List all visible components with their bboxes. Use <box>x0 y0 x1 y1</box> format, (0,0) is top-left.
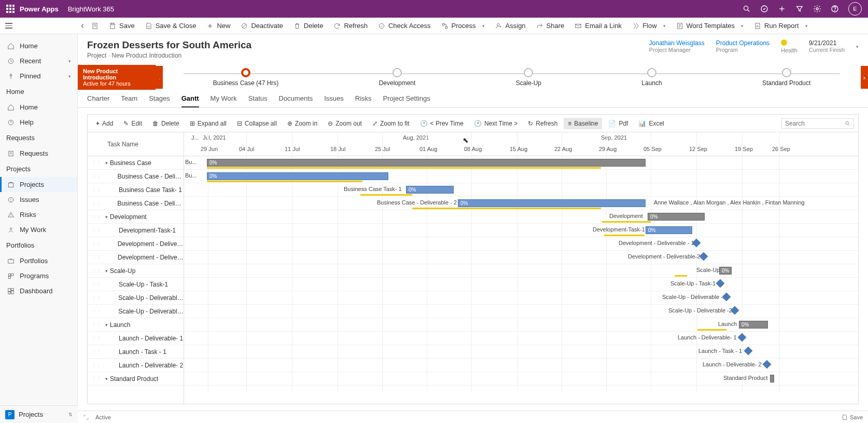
drag-handle-icon[interactable]: ⋮⋮ <box>92 228 101 233</box>
task-row[interactable]: ⋮⋮Business Case - Deliverable - 2 <box>88 197 184 210</box>
gantt-next-button[interactable]: 🕐Next Time > <box>470 118 522 129</box>
bpf-stage-scaleup[interactable]: Scale-Up <box>516 68 541 87</box>
bpf-stage-business-case[interactable]: Business Case (47 Hrs) <box>213 68 279 87</box>
nav-projects[interactable]: Projects <box>0 177 77 192</box>
share-button[interactable]: Share <box>531 18 570 34</box>
drag-handle-icon[interactable]: ⋮⋮ <box>92 282 101 287</box>
gantt-pdf-button[interactable]: 📄Pdf <box>604 118 632 129</box>
run-report-button[interactable]: Run Report▾ <box>749 18 813 34</box>
help-icon[interactable] <box>831 5 839 13</box>
drag-handle-icon[interactable]: ⋮⋮ <box>92 336 101 341</box>
search-icon[interactable] <box>743 5 751 13</box>
new-button[interactable]: New <box>201 18 235 34</box>
bpf-stage-standard[interactable]: Standard Product <box>762 68 810 87</box>
task-row[interactable]: ⋮⋮Development-Task-1 <box>88 224 184 237</box>
gear-icon[interactable] <box>813 5 821 13</box>
gantt-baseline-button[interactable]: ≡Baseline <box>564 118 602 129</box>
task-row[interactable]: ⋮⋮Launch - Deliverable- 2 <box>88 359 184 372</box>
nav-recent[interactable]: Recent▾ <box>0 53 77 69</box>
gantt-bar[interactable]: 0% <box>207 172 388 180</box>
assign-button[interactable]: Assign <box>490 18 531 34</box>
email-link-button[interactable]: Email a Link <box>569 18 627 34</box>
drag-handle-icon[interactable]: ⋮⋮ <box>92 295 101 301</box>
task-row[interactable]: ⋮⋮Scale-Up - Deliverable -1 <box>88 291 184 305</box>
user-avatar[interactable]: E <box>848 2 862 16</box>
expand-icon[interactable] <box>83 414 89 420</box>
milestone-diamond[interactable] <box>744 347 753 356</box>
task-row[interactable]: ⋮⋮Development - Deliverable-2 <box>88 251 184 264</box>
flow-button[interactable]: Flow▾ <box>627 18 670 34</box>
gantt-bar[interactable]: 0% <box>648 213 705 221</box>
drag-handle-icon[interactable]: ⋮⋮ <box>92 376 101 381</box>
nav-issues[interactable]: Issues <box>0 192 77 207</box>
task-row[interactable]: ⋮⋮▾Launch <box>88 318 184 332</box>
gantt-prev-button[interactable]: 🕐< Prev Time <box>416 118 468 129</box>
milestone-diamond[interactable] <box>763 360 772 369</box>
tab-stages[interactable]: Stages <box>149 94 170 107</box>
gantt-timeline[interactable]: J...Jul, 2021Aug, 2021Sep, 202129 Jun04 … <box>184 132 858 404</box>
bpf-current-stage[interactable]: New Product Introduction Active for 47 h… <box>78 65 156 90</box>
drag-handle-icon[interactable]: ⋮⋮ <box>92 174 101 179</box>
bpf-stage-development[interactable]: Development <box>379 68 416 87</box>
milestone-diamond[interactable] <box>699 252 708 261</box>
caret-icon[interactable]: ▾ <box>105 376 108 381</box>
task-row[interactable]: ⋮⋮Launch - Deliverable- 1 <box>88 332 184 345</box>
drag-handle-icon[interactable]: ⋮⋮ <box>92 255 101 260</box>
nav-programs[interactable]: Programs <box>0 268 77 283</box>
drag-handle-icon[interactable]: ⋮⋮ <box>92 268 101 274</box>
apps-launcher-icon[interactable] <box>6 5 15 13</box>
word-templates-button[interactable]: Word Templates▾ <box>671 18 749 34</box>
gantt-bar[interactable]: 0% <box>458 199 646 207</box>
project-manager-field[interactable]: Jonathan WeisglassProject Manager <box>649 39 705 53</box>
drag-handle-icon[interactable]: ⋮⋮ <box>92 309 101 314</box>
refresh-button[interactable]: Refresh <box>328 18 373 34</box>
tab-mywork[interactable]: My Work <box>211 94 237 107</box>
gantt-excel-button[interactable]: 📊Excel <box>634 118 668 129</box>
tab-charter[interactable]: Charter <box>87 94 109 107</box>
task-row[interactable]: ⋮⋮▾Business Case <box>88 156 184 170</box>
drag-handle-icon[interactable]: ⋮⋮ <box>92 187 101 193</box>
drag-handle-icon[interactable]: ⋮⋮ <box>92 322 101 328</box>
gantt-refresh-button[interactable]: ↻Refresh <box>524 118 562 129</box>
tab-team[interactable]: Team <box>121 94 137 107</box>
delete-button[interactable]: Delete <box>288 18 329 34</box>
gantt-delete-button[interactable]: 🗑Delete <box>148 118 184 129</box>
save-close-button[interactable]: Save & Close <box>140 18 202 34</box>
caret-icon[interactable]: ▾ <box>105 268 108 274</box>
gantt-search-box[interactable] <box>781 118 854 129</box>
tab-documents[interactable]: Documents <box>279 94 313 107</box>
task-icon[interactable] <box>760 5 768 13</box>
tab-risks[interactable]: Risks <box>355 94 372 107</box>
nav-area-switcher[interactable]: P Projects ⇅ <box>0 405 78 423</box>
nav-toggle-icon[interactable] <box>5 23 12 29</box>
milestone-diamond[interactable] <box>716 279 725 288</box>
nav-dashboard[interactable]: Dashboard <box>0 283 77 298</box>
caret-icon[interactable]: ▾ <box>105 160 108 166</box>
gantt-bar[interactable]: 0% <box>406 186 454 194</box>
gantt-edit-button[interactable]: ✎Edit <box>119 118 146 129</box>
gantt-bar[interactable]: 0% <box>719 267 732 275</box>
nav-help[interactable]: Help <box>0 115 77 130</box>
task-row[interactable]: ⋮⋮Business Case Task- 1 <box>88 183 184 197</box>
drag-handle-icon[interactable]: ⋮⋮ <box>92 201 101 206</box>
task-row[interactable]: ⋮⋮▾Standard Product <box>88 372 184 386</box>
task-row[interactable]: ⋮⋮Launch - Task - 1 <box>88 345 184 359</box>
filter-icon[interactable] <box>795 5 804 13</box>
drag-handle-icon[interactable]: ⋮⋮ <box>92 214 101 220</box>
task-row[interactable]: ⋮⋮Scale-Up - Deliverable -2 <box>88 305 184 318</box>
gantt-fit-button[interactable]: ⤢Zoom to fit <box>368 118 414 129</box>
footer-save-button[interactable]: Save <box>842 414 863 420</box>
drag-handle-icon[interactable]: ⋮⋮ <box>92 349 101 354</box>
gantt-add-button[interactable]: +Add <box>92 118 117 129</box>
drag-handle-icon[interactable]: ⋮⋮ <box>92 160 101 166</box>
drag-handle-icon[interactable]: ⋮⋮ <box>92 363 101 368</box>
back-icon[interactable] <box>79 22 86 30</box>
task-row[interactable]: ⋮⋮▾Development <box>88 210 184 224</box>
caret-icon[interactable]: ▾ <box>105 214 108 220</box>
tab-settings[interactable]: Project Settings <box>383 94 430 107</box>
save-button[interactable]: Save <box>104 18 140 34</box>
bpf-stage-launch[interactable]: Launch <box>641 68 662 87</box>
task-row[interactable]: ⋮⋮Development - Deliverable - 1 <box>88 237 184 251</box>
form-icon[interactable] <box>91 22 99 30</box>
caret-icon[interactable]: ▾ <box>105 322 108 328</box>
